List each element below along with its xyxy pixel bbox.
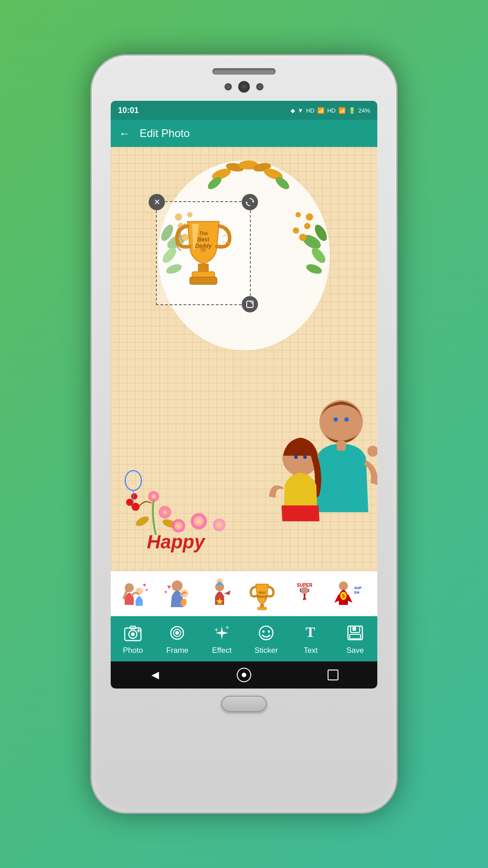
photo-tool-label: Photo <box>123 646 143 655</box>
svg-point-34 <box>125 471 141 491</box>
characters-illustration <box>251 386 377 557</box>
svg-rect-82 <box>258 607 267 610</box>
back-button[interactable]: ← <box>119 127 131 141</box>
svg-point-96 <box>131 632 135 636</box>
nav-back-button[interactable]: ◀ <box>146 666 164 684</box>
effect-tool-button[interactable]: Effect <box>202 623 242 655</box>
svg-text:♥: ♥ <box>145 588 148 592</box>
sticker-thumb-1[interactable]: ♥ ♥ <box>114 575 155 613</box>
signal-icon: 📶 <box>317 107 324 114</box>
phone-frame: 10:01 ◆ ▼ HD 📶 HD 📶 🔋 24% ← Edit Photo <box>90 54 398 814</box>
front-cameras <box>225 81 263 93</box>
physical-home-button[interactable] <box>221 696 267 712</box>
recent-nav-icon <box>328 670 338 680</box>
frame-tool-button[interactable]: Frame <box>157 623 197 655</box>
effect-tool-label: Effect <box>212 646 231 655</box>
svg-point-74 <box>172 580 183 591</box>
svg-text:♥: ♥ <box>164 590 167 594</box>
wifi-icon: ▼ <box>298 107 304 114</box>
svg-point-60 <box>367 446 377 457</box>
svg-rect-48 <box>190 277 217 284</box>
svg-point-53 <box>319 400 363 443</box>
bottom-toolbar: Photo Frame <box>111 616 377 661</box>
front-camera <box>238 81 250 93</box>
save-icon <box>345 623 366 643</box>
page-title: Edit Photo <box>140 127 190 140</box>
svg-line-49 <box>180 235 184 236</box>
svg-point-63 <box>177 524 180 528</box>
hd-badge-1: HD <box>306 107 314 114</box>
frame-icon <box>167 623 188 643</box>
svg-text:Best: Best <box>258 591 266 594</box>
sticker-thumb-4[interactable]: Best Daddy <box>242 575 282 613</box>
save-tool-label: Save <box>346 646 364 655</box>
svg-text:♥: ♥ <box>167 583 171 590</box>
photo-tool-button[interactable]: Photo <box>113 623 153 655</box>
phone-screen: 10:01 ◆ ▼ HD 📶 HD 📶 🔋 24% ← Edit Photo <box>111 101 377 689</box>
hd-badge-2: HD <box>327 107 336 114</box>
svg-point-66 <box>197 519 201 524</box>
speaker-grille <box>212 68 276 75</box>
svg-rect-81 <box>260 604 264 607</box>
frame-tool-label: Frame <box>166 646 188 655</box>
svg-text:The: The <box>199 231 208 236</box>
title-bar: ← Edit Photo <box>111 120 377 147</box>
back-nav-icon: ◀ <box>151 669 159 681</box>
svg-text:♥: ♥ <box>143 582 146 588</box>
navigation-bar: ◀ <box>111 661 377 689</box>
svg-point-27 <box>131 493 137 500</box>
phone-bottom <box>221 696 267 712</box>
svg-point-36 <box>134 514 150 528</box>
nav-home-button[interactable] <box>235 666 253 684</box>
photo-canvas[interactable]: ✕ <box>111 147 377 571</box>
signal-2-icon: 📶 <box>338 107 346 114</box>
svg-line-51 <box>222 235 227 236</box>
status-bar: 10:01 ◆ ▼ HD 📶 HD 📶 🔋 24% <box>111 101 377 120</box>
svg-point-59 <box>303 455 307 459</box>
svg-point-54 <box>333 417 338 422</box>
save-tool-button[interactable]: Save <box>335 623 375 655</box>
sensor-2 <box>256 83 263 90</box>
sticker-selection-box[interactable]: ✕ <box>156 201 251 305</box>
svg-rect-110 <box>352 627 356 631</box>
sticker-thumb-2[interactable]: ♥ ♥ <box>157 575 197 613</box>
svg-rect-40 <box>247 301 253 307</box>
sticker-strip: ♥ ♥ ♥ ♥ <box>111 571 377 616</box>
svg-point-105 <box>268 631 270 633</box>
camera-plus-icon <box>122 623 143 643</box>
svg-point-103 <box>259 626 273 640</box>
svg-marker-38 <box>252 200 253 202</box>
sensor <box>225 83 232 90</box>
bottom-flowers <box>165 508 237 544</box>
svg-rect-109 <box>350 634 361 639</box>
svg-text:S: S <box>342 594 345 599</box>
svg-text:DA: DA <box>354 590 360 594</box>
svg-point-69 <box>217 523 221 527</box>
diamond-icon: ◆ <box>291 107 295 114</box>
sticker-thumb-3[interactable] <box>199 575 240 613</box>
svg-point-104 <box>263 631 265 633</box>
battery-pct: 24% <box>358 107 370 114</box>
sticker-tool-button[interactable]: Sticker <box>246 623 286 655</box>
svg-point-26 <box>126 499 133 506</box>
sticker-thumb-6[interactable]: S SUP DA <box>327 575 367 613</box>
text-tool-button[interactable]: T Text <box>290 623 331 655</box>
sticker-icon <box>256 623 277 643</box>
nav-recent-button[interactable] <box>324 666 342 684</box>
svg-point-102 <box>175 631 179 635</box>
sticker-thumb-5[interactable]: SUPER DAD <box>284 575 325 613</box>
sticker-close-button[interactable]: ✕ <box>149 194 165 210</box>
sticker-rotate-handle[interactable] <box>242 194 258 210</box>
svg-marker-39 <box>246 202 248 204</box>
svg-text:Daddy: Daddy <box>257 595 267 599</box>
text-icon: T <box>300 623 321 643</box>
svg-text:SUP: SUP <box>354 586 362 590</box>
text-tool-label: Text <box>304 646 318 655</box>
sticker-resize-handle[interactable] <box>242 296 258 312</box>
svg-rect-46 <box>198 264 209 272</box>
svg-text:Best: Best <box>197 236 210 243</box>
svg-point-55 <box>344 417 349 422</box>
sticker-tool-label: Sticker <box>254 646 278 655</box>
sparkle-icon <box>211 623 232 643</box>
svg-point-30 <box>152 495 155 498</box>
